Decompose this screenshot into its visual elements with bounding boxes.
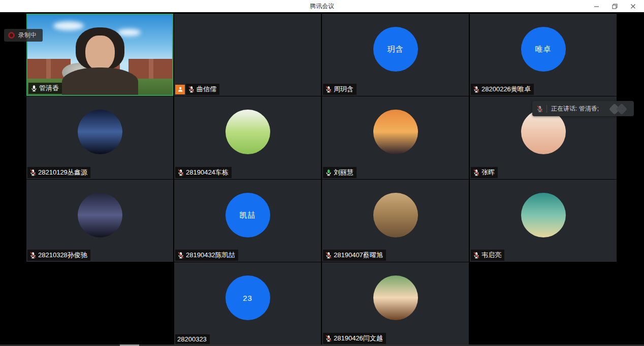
cartoon-group-teal	[521, 193, 566, 237]
minimize-button[interactable]	[589, 1, 603, 12]
participant-label: 28200226黄唯卓	[471, 84, 534, 95]
meeting-window: 腾讯会议 管清香曲信儒玥含周玥含唯卓28200226黄唯卓28210129丛鑫源…	[0, 0, 644, 346]
photo-tabby-cat	[373, 193, 418, 237]
participant-tile[interactable]: 凯喆28190432陈凯喆	[174, 180, 321, 262]
participant-name: 张晖	[481, 168, 495, 177]
cartoon-white-cat-kimono	[521, 110, 566, 154]
mic-muted-icon	[473, 169, 480, 176]
mic-muted-icon	[177, 169, 184, 176]
participant-tile[interactable]: 28190407蔡曜旭	[322, 180, 469, 262]
participant-label: 刘丽慧	[323, 167, 357, 178]
speaking-tooltip-text: 正在讲话: 管清香;	[551, 105, 608, 113]
participant-label: 韦启亮	[471, 250, 504, 261]
participant-label: 28190432陈凯喆	[175, 250, 238, 261]
participant-label: 张晖	[471, 167, 498, 178]
mic-muted-icon	[188, 86, 195, 93]
participant-label: 28190407蔡曜旭	[323, 250, 386, 261]
participant-tile[interactable]: 28210328孙俊驰	[26, 180, 173, 262]
participant-tile[interactable]: 刘丽慧	[322, 96, 469, 179]
participant-label: 28200323	[175, 334, 210, 344]
minimize-icon	[594, 4, 599, 9]
participant-label: 管清香	[28, 83, 62, 94]
participant-name: 28200226黄唯卓	[481, 85, 531, 94]
mic-muted-icon	[29, 252, 37, 259]
participant-name: 28190424车栋	[186, 168, 229, 177]
participant-tile[interactable]: 28190426闫文越	[322, 262, 469, 345]
participant-name: 28190426闫文越	[334, 334, 383, 343]
tooltip-divider	[546, 105, 547, 113]
speaking-tooltip: 正在讲话: 管清香;	[532, 101, 634, 116]
participant-name: 韦启亮	[481, 251, 501, 260]
participant-name: 28210328孙俊驰	[38, 251, 87, 260]
participant-tile[interactable]: 韦启亮	[470, 180, 617, 262]
participant-tile[interactable]: 28190424车栋	[174, 96, 321, 179]
participant-name: 28210129丛鑫源	[38, 168, 87, 177]
tencent-meeting-logo	[608, 103, 630, 114]
mic-muted-icon	[29, 169, 37, 176]
mic-muted-icon	[325, 335, 332, 342]
initials-circle: 唯卓	[521, 27, 566, 72]
host-badge-icon	[175, 85, 185, 94]
participant-label: 曲信儒	[175, 84, 219, 95]
anime-girl-dark	[78, 193, 122, 237]
mic-muted-icon	[325, 86, 332, 93]
mic-muted-icon	[473, 86, 480, 93]
photo-boy-blue-light	[78, 110, 122, 154]
participant-tile[interactable]: 玥含周玥含	[322, 14, 469, 96]
participant-label: 周玥含	[323, 84, 357, 95]
initials-circle: 玥含	[373, 27, 418, 72]
mic-muted-icon	[177, 252, 184, 259]
window-controls	[589, 0, 640, 12]
participant-name: 28200323	[177, 335, 207, 343]
mic-muted-icon	[325, 252, 332, 259]
participant-tile[interactable]: 2328200323	[174, 262, 321, 345]
cartoon-cabbage-dog	[226, 110, 270, 154]
mic-on-icon	[325, 169, 332, 176]
participant-name: 28190432陈凯喆	[186, 251, 235, 260]
participant-tile[interactable]: 管清香	[26, 14, 173, 96]
participant-tile[interactable]: 曲信儒	[174, 14, 321, 96]
window-title: 腾讯会议	[310, 2, 334, 11]
participant-name: 管清香	[39, 84, 59, 93]
participant-label: 28190426闫文越	[323, 333, 386, 344]
restore-button[interactable]	[607, 1, 622, 12]
participant-name: 曲信儒	[197, 85, 216, 94]
close-button[interactable]	[626, 1, 640, 12]
participant-tile[interactable]: 28210129丛鑫源	[26, 96, 173, 179]
mic-muted-icon	[536, 105, 543, 112]
recording-badge: 录制中	[4, 29, 43, 42]
participant-name: 刘丽慧	[334, 168, 353, 177]
initials-circle: 凯喆	[226, 193, 270, 237]
participant-label: 28210129丛鑫源	[27, 167, 90, 178]
photo-sunset-sea	[373, 110, 418, 154]
participant-grid: 管清香曲信儒玥含周玥含唯卓28200226黄唯卓28210129丛鑫源28190…	[26, 14, 618, 345]
participant-name: 周玥含	[334, 85, 353, 94]
photo-woman-historic-building	[226, 27, 270, 72]
participant-tile[interactable]: 唯卓28200226黄唯卓	[470, 14, 617, 96]
close-icon	[630, 4, 636, 9]
record-dot-icon	[8, 32, 15, 39]
recording-label: 录制中	[18, 31, 37, 40]
participant-label: 28210328孙俊驰	[27, 250, 90, 261]
initials-circle: 23	[226, 275, 270, 320]
mic-on-icon	[30, 85, 38, 92]
title-bar: 腾讯会议	[0, 0, 644, 12]
mic-muted-icon	[473, 252, 480, 259]
participant-name: 28190407蔡曜旭	[334, 251, 383, 260]
restore-icon	[612, 4, 618, 9]
participant-label: 28190424车栋	[175, 167, 232, 178]
cartoon-boy-brown-hair	[373, 275, 418, 320]
